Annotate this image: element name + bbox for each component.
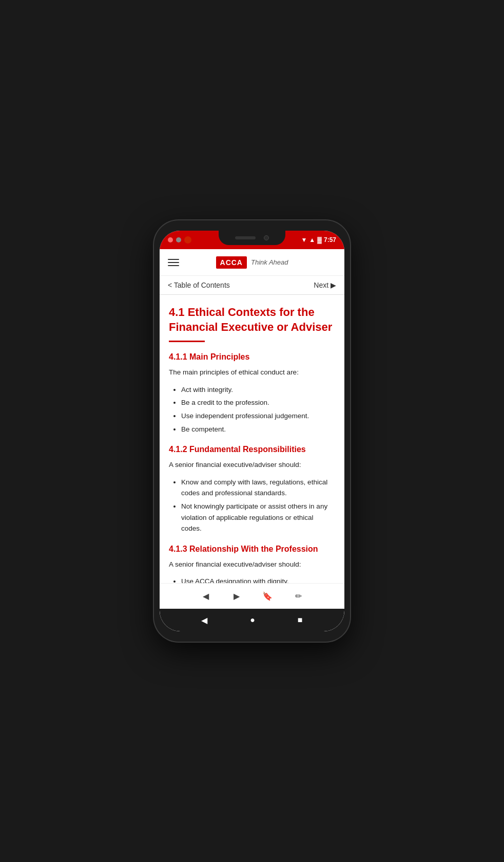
forward-arrow-icon: ▶	[234, 591, 240, 601]
speaker	[235, 236, 256, 239]
section-1-bullets: Act with integrity. Be a credit to the p…	[169, 384, 335, 435]
content-area[interactable]: 4.1 Ethical Contexts for the Financial E…	[160, 295, 344, 583]
edit-icon: ✏	[295, 591, 302, 601]
status-dot-1	[168, 237, 173, 242]
section-3-intro: A senior financial executive/adviser sho…	[169, 559, 335, 570]
edit-button[interactable]: ✏	[290, 588, 306, 605]
acca-badge-text: ACCA	[216, 256, 247, 269]
next-button[interactable]: Next ▶	[314, 281, 336, 289]
section-heading-2: 4.1.2 Fundamental Responsibilities	[169, 445, 335, 454]
system-back-icon: ◀	[201, 616, 207, 625]
red-divider	[169, 341, 205, 342]
chapter-title: 4.1 Ethical Contexts for the Financial E…	[169, 305, 335, 334]
acca-tagline: Think Ahead	[251, 258, 288, 266]
section-2-intro: A senior financial executive/adviser sho…	[169, 459, 335, 471]
section-3-bullets: Use ACCA designation with dignity. Not e…	[169, 576, 335, 583]
battery-icon: ▓	[317, 236, 322, 243]
back-arrow-icon: ◀	[203, 591, 209, 601]
system-recent-icon: ■	[298, 615, 303, 624]
system-recent-button[interactable]: ■	[298, 615, 303, 625]
list-item: Know and comply with laws, regulations, …	[181, 477, 335, 499]
menu-button[interactable]	[168, 259, 179, 266]
section-heading-3: 4.1.3 Relationship With the Profession	[169, 545, 335, 554]
notch	[219, 231, 285, 245]
signal-icon: ▲	[309, 236, 315, 243]
system-home-icon: ●	[250, 615, 255, 624]
status-bar-right: ▼ ▲ ▓ 7:57	[301, 236, 336, 243]
section-2-bullets: Know and comply with laws, regulations, …	[169, 477, 335, 534]
section-heading-1: 4.1.1 Main Principles	[169, 352, 335, 362]
acca-logo: ACCA Think Ahead	[216, 256, 288, 269]
time-display: 7:57	[324, 236, 336, 243]
system-back-button[interactable]: ◀	[201, 615, 207, 625]
table-of-contents-button[interactable]: < Table of Contents	[168, 281, 230, 289]
navigation-bar: < Table of Contents Next ▶	[160, 276, 344, 295]
next-label: Next ▶	[314, 281, 336, 289]
bookmark-icon: 🔖	[262, 591, 273, 601]
forward-arrow-button[interactable]: ▶	[228, 588, 245, 605]
list-item: Use independent professional judgement.	[181, 410, 335, 422]
list-item: Be a credit to the profession.	[181, 397, 335, 408]
status-bar-left	[168, 236, 191, 243]
status-bar: ▼ ▲ ▓ 7:57	[160, 231, 344, 249]
back-arrow-button[interactable]: ◀	[198, 588, 214, 605]
status-dot-2	[176, 237, 181, 242]
back-label: < Table of Contents	[168, 281, 230, 289]
front-camera	[264, 235, 269, 240]
system-nav-bar: ◀ ● ■	[160, 609, 344, 631]
phone-screen: ▼ ▲ ▓ 7:57 ACCA Think Ahead < Table of C…	[160, 231, 344, 631]
bottom-toolbar: ◀ ▶ 🔖 ✏	[160, 583, 344, 609]
list-item: Be competent.	[181, 424, 335, 435]
list-item: Use ACCA designation with dignity.	[181, 576, 335, 583]
list-item: Act with integrity.	[181, 384, 335, 396]
wifi-icon: ▼	[301, 236, 307, 243]
section-1-intro: The main principles of ethical conduct a…	[169, 367, 335, 378]
app-header: ACCA Think Ahead	[160, 249, 344, 276]
phone-frame: ▼ ▲ ▓ 7:57 ACCA Think Ahead < Table of C…	[154, 220, 350, 642]
status-dot-3	[184, 236, 191, 243]
system-home-button[interactable]: ●	[250, 615, 255, 625]
bookmark-button[interactable]: 🔖	[259, 588, 276, 605]
list-item: Not knowingly participate or assist othe…	[181, 501, 335, 534]
